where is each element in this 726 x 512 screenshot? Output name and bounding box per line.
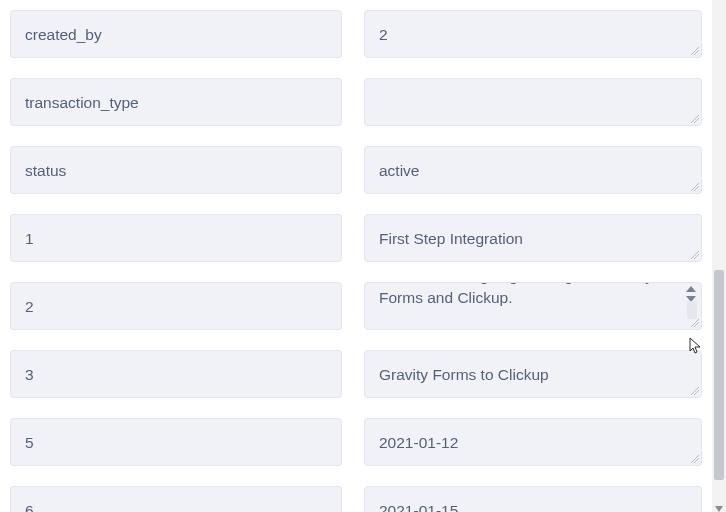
textarea-scrollbar[interactable] [687, 301, 697, 319]
key-field-2[interactable]: 2 [10, 282, 342, 330]
key-field-created-by[interactable]: created_by [10, 10, 342, 58]
svg-marker-0 [686, 286, 696, 292]
form-scroll-area: created_by 2 transaction_type status act… [0, 0, 712, 512]
svg-marker-2 [715, 506, 723, 512]
form-row: 2 Where we are going to integrate Gravit… [10, 282, 702, 330]
page-scrollbar[interactable] [712, 0, 726, 512]
form-row: status active [10, 146, 702, 194]
page-scrollbar-thumb[interactable] [714, 270, 724, 480]
page-scroll-down-icon[interactable] [714, 500, 724, 510]
value-field-5[interactable]: 2021-01-12 [364, 418, 702, 466]
key-field-3[interactable]: 3 [10, 350, 342, 398]
value-field-status[interactable]: active [364, 146, 702, 194]
form-row: created_by 2 [10, 10, 702, 58]
value-field-1[interactable]: First Step Integration [364, 214, 702, 262]
value-field-2-text: Where we are going to integrate Gravity … [379, 282, 653, 306]
key-field-5[interactable]: 5 [10, 418, 342, 466]
key-field-transaction-type[interactable]: transaction_type [10, 78, 342, 126]
value-field-transaction-type[interactable] [364, 78, 702, 126]
form-row: 1 First Step Integration [10, 214, 702, 262]
arrow-up-icon[interactable] [685, 285, 697, 293]
form-row: 5 2021-01-12 [10, 418, 702, 466]
value-field-created-by[interactable]: 2 [364, 10, 702, 58]
form-row: 6 2021-01-15 [10, 486, 702, 512]
form-row: transaction_type [10, 78, 702, 126]
value-field-3[interactable]: Gravity Forms to Clickup [364, 350, 702, 398]
key-field-6[interactable]: 6 [10, 486, 342, 512]
form-row: 3 Gravity Forms to Clickup [10, 350, 702, 398]
key-field-1[interactable]: 1 [10, 214, 342, 262]
key-field-status[interactable]: status [10, 146, 342, 194]
mapping-form: created_by 2 transaction_type status act… [0, 0, 712, 512]
value-field-6[interactable]: 2021-01-15 [364, 486, 702, 512]
value-field-2[interactable]: Where we are going to integrate Gravity … [364, 282, 702, 330]
